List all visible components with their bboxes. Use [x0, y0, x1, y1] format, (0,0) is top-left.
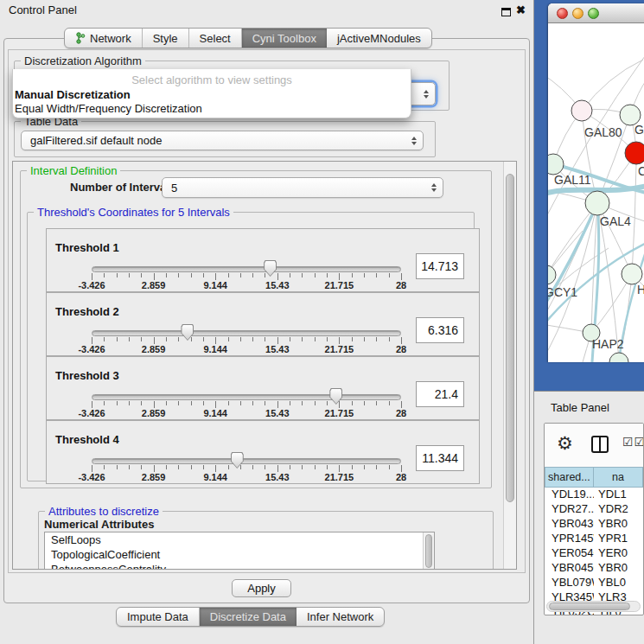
table-cell: YPR145W — [545, 532, 594, 546]
columns-icon[interactable] — [591, 436, 609, 453]
combo-stepper-icon — [431, 183, 437, 192]
cyni-mode-tabs: Impute DataDiscretize DataInfer Network — [116, 607, 385, 627]
tab-select[interactable]: Select — [189, 29, 242, 48]
interval-definition-title: Interval Definition — [27, 164, 120, 177]
network-canvas-svg: GAL80GAGAL11CGAL4GCY1HHAP2 — [548, 23, 644, 362]
attribute-item[interactable]: SelfLoops — [45, 532, 434, 547]
control-panel: Control Panel ✖ NetworkStyleSelectCyni T… — [0, 0, 534, 644]
table-data-combobox[interactable]: galFiltered.sif default node — [21, 131, 424, 150]
algorithm-dropdown-popup: Select algorithm to view settings Manual… — [12, 69, 411, 118]
number-of-intervals-value: 5 — [171, 182, 177, 194]
network-view-window: GAL80GAGAL11CGAL4GCY1HHAP2 — [548, 3, 644, 362]
table-header-row: shared...na — [545, 467, 643, 488]
slider-track[interactable] — [92, 394, 401, 400]
tab-style[interactable]: Style — [143, 29, 189, 48]
scrollbar-thumb[interactable] — [506, 174, 514, 502]
slider-track[interactable] — [92, 266, 401, 272]
number-of-intervals-combobox[interactable]: 5 — [162, 177, 443, 198]
close-icon[interactable]: ✖ — [516, 3, 526, 16]
attribute-item[interactable]: BetweennessCentrality — [45, 562, 434, 570]
table-panel-region: Table Panel ⚙ ☑☑ shared...na YDL19...YDL… — [534, 391, 644, 644]
threshold-value-field[interactable]: 6.316 — [416, 317, 464, 343]
scrollbar-thumb[interactable] — [425, 534, 432, 568]
table-cell: YBR0 — [594, 561, 643, 576]
network-node[interactable] — [571, 100, 592, 121]
network-edge[interactable] — [632, 164, 636, 274]
slider-thumb[interactable] — [181, 324, 194, 341]
slider-thumb[interactable] — [264, 260, 277, 277]
node-label: GAL4 — [600, 214, 631, 228]
apply-button[interactable]: Apply — [232, 579, 291, 597]
table-rows: YDL19...YDL1YDR27...YDR2YBR043CYBR0YPR14… — [545, 488, 643, 615]
network-node[interactable] — [585, 191, 609, 215]
node-label: C — [638, 164, 644, 178]
network-edge[interactable] — [548, 203, 597, 275]
tab-discretize-data[interactable]: Discretize Data — [200, 608, 296, 626]
table-row[interactable]: YBL079WYBL0 — [545, 576, 643, 590]
float-window-icon[interactable] — [501, 8, 511, 16]
tab-infer-network[interactable]: Infer Network — [296, 608, 384, 626]
minimize-window-icon[interactable] — [572, 8, 583, 19]
control-panel-tabs: NetworkStyleSelectCyni ToolboxjActiveMNo… — [64, 28, 432, 48]
attributes-section-title: Attributes to discretize — [45, 505, 163, 518]
table-horizontal-scrollbar[interactable] — [546, 601, 641, 612]
table-cell: YBL0 — [594, 576, 643, 590]
slider-track[interactable] — [92, 330, 401, 336]
table-cell: YDL19... — [545, 488, 594, 502]
threshold-label: Threshold 4 — [55, 433, 119, 446]
threshold-label: Threshold 2 — [55, 305, 119, 318]
table-row[interactable]: YDL19...YDL1 — [545, 488, 643, 502]
attribute-item[interactable]: TopologicalCoefficient — [45, 547, 434, 562]
node-label: GCY1 — [548, 285, 577, 299]
table-header-cell[interactable]: na — [594, 467, 643, 488]
network-node[interactable] — [609, 353, 628, 362]
table-row[interactable]: YPR145WYPR1 — [545, 532, 643, 546]
threshold-row: Threshold 1-3.4262.8599.14415.4321.71528… — [46, 228, 480, 292]
table-row[interactable]: YER054CYER0 — [545, 546, 643, 561]
zoom-window-icon[interactable] — [588, 8, 599, 19]
select-columns-checkboxes-icon[interactable]: ☑☑ — [622, 435, 644, 449]
tab-network[interactable]: Network — [65, 29, 143, 48]
scrollbar-thumb[interactable] — [549, 603, 630, 610]
network-node[interactable] — [548, 154, 564, 175]
tab-label: Select — [200, 32, 231, 45]
gear-icon[interactable]: ⚙ — [557, 432, 573, 455]
tab-label: Impute Data — [127, 610, 188, 623]
attributes-list-scrollbar[interactable] — [423, 532, 434, 570]
tab-impute-data[interactable]: Impute Data — [117, 608, 200, 626]
network-window-titlebar[interactable] — [548, 3, 644, 23]
slider-track[interactable] — [92, 458, 401, 464]
numerical-attributes-list[interactable]: SelfLoopsTopologicalCoefficientBetweenne… — [44, 532, 435, 570]
table-header-cell[interactable]: shared... — [545, 467, 594, 488]
tab-jactivemnodules[interactable]: jActiveMNodules — [327, 29, 431, 48]
table-cell: YDR27... — [545, 502, 594, 517]
table-toolbar: ⚙ ☑☑ — [545, 424, 643, 467]
table-row[interactable]: YBR045CYBR0 — [545, 561, 643, 576]
combo-stepper-icon — [424, 90, 429, 99]
popup-option-manual-discretization[interactable]: Manual Discretization — [15, 88, 131, 101]
settings-scrollbar[interactable] — [503, 162, 516, 569]
popup-option-equal-width-frequency-discretization[interactable]: Equal Width/Frequency Discretization — [15, 102, 202, 115]
threshold-value-field[interactable]: 21.4 — [416, 381, 464, 407]
table-panel-title: Table Panel — [551, 401, 609, 414]
combo-stepper-icon — [411, 137, 417, 145]
slider-thumb[interactable] — [231, 452, 244, 469]
number-of-intervals-label: Number of Intervals — [70, 181, 175, 194]
slider-thumb[interactable] — [329, 388, 342, 405]
threshold-row: Threshold 3-3.4262.8599.14415.4321.71528… — [46, 356, 480, 420]
network-node[interactable] — [548, 265, 556, 284]
network-canvas[interactable]: GAL80GAGAL11CGAL4GCY1HHAP2 — [548, 23, 644, 362]
network-node[interactable] — [625, 142, 644, 164]
close-window-icon[interactable] — [557, 8, 568, 19]
threshold-value-field[interactable]: 11.344 — [416, 445, 464, 471]
node-label: HAP2 — [592, 337, 624, 351]
table-row[interactable]: YBR043CYBR0 — [545, 517, 643, 532]
threshold-row: Threshold 2-3.4262.8599.14415.4321.71528… — [46, 292, 480, 356]
network-node[interactable] — [622, 264, 642, 284]
table-row[interactable]: YDR27...YDR2 — [545, 502, 643, 517]
node-label: GA — [634, 123, 644, 137]
algorithm-section-title: Discretization Algorithm — [21, 54, 145, 67]
slider-ticks — [92, 273, 401, 280]
threshold-value-field[interactable]: 14.713 — [416, 253, 464, 279]
tab-cyni-toolbox[interactable]: Cyni Toolbox — [242, 29, 327, 48]
